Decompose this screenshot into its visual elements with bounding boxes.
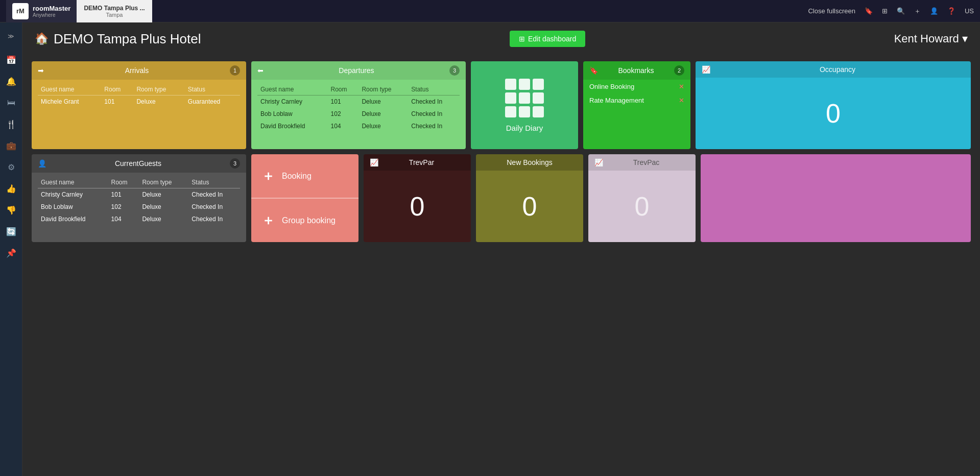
logo-main: roomMaster [33,5,70,12]
logo-text: roomMaster Anywhere [33,5,70,18]
trevpar-header: 📈 TrevPar [364,154,471,171]
arrivals-status: Guaranteed [185,96,240,108]
logo-sub: Anywhere [33,12,70,18]
cg-col-guest: Guest name [38,177,108,188]
occupancy-value: 0 [696,78,971,149]
sidebar-item-thumbsup[interactable]: 👍 [2,179,21,198]
sidebar-item-notifications[interactable]: 🔔 [2,72,21,91]
widget-departures: ⬅ Departures 3 Guest name Room [251,61,466,149]
dashboard-grid: ➡ Arrivals 1 Guest name Room [22,55,980,248]
widget-daily-diary[interactable]: Daily Diary [471,61,578,149]
cg-col-type: Room type [139,177,188,188]
diary-grid [505,79,544,117]
user-dropdown-icon[interactable]: ▾ [962,32,968,45]
dep-guest-2: Bob Loblaw [257,108,328,120]
sidebar-item-dining[interactable]: 🍴 [2,114,21,134]
trevpar-trend-icon: 📈 [370,158,378,166]
edit-dashboard-grid-icon: ⊞ [519,35,525,43]
arrivals-col-guest: Guest name [38,84,101,96]
dep-col-room: Room [328,84,359,96]
diary-cell [533,92,544,104]
help-icon[interactable]: ❓ [947,7,955,15]
trevpac-header: 📈 TrevPac [588,154,696,171]
cg-guest-1: Christy Carnley [38,188,108,201]
bookmark-remove-rate[interactable]: ✕ [679,97,684,104]
region-label[interactable]: US [965,7,974,15]
logo-icon: rM [12,3,29,19]
arrivals-guest-name: Michele Grant [38,96,101,108]
bookmarks-header: 🔖 Bookmarks 2 [583,61,690,80]
daily-diary-label: Daily Diary [506,124,543,132]
sidebar-item-refresh[interactable]: 🔄 [2,222,21,241]
logo-area: rM roomMaster Anywhere [6,0,77,22]
bookmark-item-rate[interactable]: Rate Management ✕ [583,93,690,107]
search-icon[interactable]: 🔍 [897,7,905,15]
departures-header: ⬅ Departures 3 [251,61,466,80]
current-guests-table: Guest name Room Room type Status Christy… [38,177,240,225]
new-bookings-title: New Bookings [507,158,553,166]
trend-icon: 📈 [702,65,710,74]
dep-col-guest: Guest name [257,84,328,96]
widget-purple [701,154,971,242]
new-bookings-value: 0 [476,171,583,242]
bookmark-remove-online[interactable]: ✕ [679,83,684,90]
cg-guest-3: David Brookfield [38,213,108,225]
grid-row-1: ➡ Arrivals 1 Guest name Room [32,61,971,149]
group-booking-label: Group booking [282,216,336,225]
bookmark-label-rate: Rate Management [589,97,644,104]
widget-trevpar: 📈 TrevPar 0 [364,154,471,242]
sidebar-collapse[interactable]: ≫ [2,27,21,46]
table-row[interactable]: David Brookfield 104 Deluxe Checked In [257,120,460,132]
diary-cell [505,79,516,90]
sidebar-item-pin[interactable]: 📌 [2,243,21,263]
current-guests-header: 👤 CurrentGuests 3 [32,154,246,173]
table-row[interactable]: Michele Grant 101 Deluxe Guaranteed [38,96,240,108]
top-nav-right: Close fullscreen 🔖 ⊞ 🔍 ＋ 👤 ❓ US [808,7,974,16]
widget-current-guests: 👤 CurrentGuests 3 Guest name Room [32,154,246,242]
widget-new-booking: ＋ Booking ＋ Group booking [251,154,358,242]
page-title: 🏠 DEMO Tampa Plus Hotel [35,31,201,47]
arrivals-icon: ➡ [38,66,44,75]
content-area: 🏠 DEMO Tampa Plus Hotel ⊞ Edit dashboard… [22,22,980,476]
bookmark-icon[interactable]: 🔖 [865,7,873,15]
table-row[interactable]: Bob Loblaw 102 Deluxe Checked In [38,201,240,213]
sidebar-item-calendar[interactable]: 📅 [2,50,21,69]
table-row[interactable]: Christy Carnley 101 Deluxe Checked In [38,188,240,201]
main-layout: ≫ 📅 🔔 🛏 🍴 💼 ⚙ 👍 👎 🔄 📌 🏠 DEMO Tampa Plus … [0,22,980,476]
group-booking-plus-icon: ＋ [261,211,275,229]
diary-cell [533,79,544,90]
sidebar-item-thumbsdown[interactable]: 👎 [2,200,21,220]
arrivals-col-room: Room [101,84,133,96]
diary-cell [505,92,516,104]
new-booking-button[interactable]: ＋ Booking [251,154,358,199]
tab-area[interactable]: DEMO Tampa Plus ... Tampa [77,0,152,22]
grid-icon[interactable]: ⊞ [882,7,888,15]
arrivals-header: ➡ Arrivals 1 [32,61,246,80]
occupancy-header: 📈 Occupancy [696,61,971,78]
group-booking-button[interactable]: ＋ Group booking [251,199,358,242]
sidebar-item-rooms[interactable]: 🛏 [2,93,21,112]
sidebar-item-settings[interactable]: ⚙ [2,157,21,177]
arrivals-body: Guest name Room Room type Status Michele… [32,80,246,112]
table-row[interactable]: David Brookfield 104 Deluxe Checked In [38,213,240,225]
dep-col-status: Status [408,84,460,96]
tab-sub: Tampa [106,12,123,18]
add-icon[interactable]: ＋ [914,7,921,16]
tab-title: DEMO Tampa Plus ... [84,5,145,12]
user-icon[interactable]: 👤 [930,7,938,15]
table-row[interactable]: Bob Loblaw 102 Deluxe Checked In [257,108,460,120]
departures-badge: 3 [449,65,460,76]
user-name: Kent Howard ▾ [894,32,968,45]
bookmarks-title: Bookmarks [618,66,654,75]
trevpar-title: TrevPar [409,158,434,166]
bookmark-item-online[interactable]: Online Booking ✕ [583,80,690,93]
page-header: 🏠 DEMO Tampa Plus Hotel ⊞ Edit dashboard… [22,22,980,55]
close-fullscreen-btn[interactable]: Close fullscreen [808,7,855,15]
edit-dashboard-button[interactable]: ⊞ Edit dashboard [510,31,585,47]
arrivals-room: 101 [101,96,133,108]
dep-guest-3: David Brookfield [257,120,328,132]
top-nav-left: rM roomMaster Anywhere DEMO Tampa Plus .… [6,0,152,22]
table-row[interactable]: Christy Carnley 101 Deluxe Checked In [257,96,460,108]
new-bookings-header: New Bookings [476,154,583,171]
sidebar-item-management[interactable]: 💼 [2,136,21,155]
